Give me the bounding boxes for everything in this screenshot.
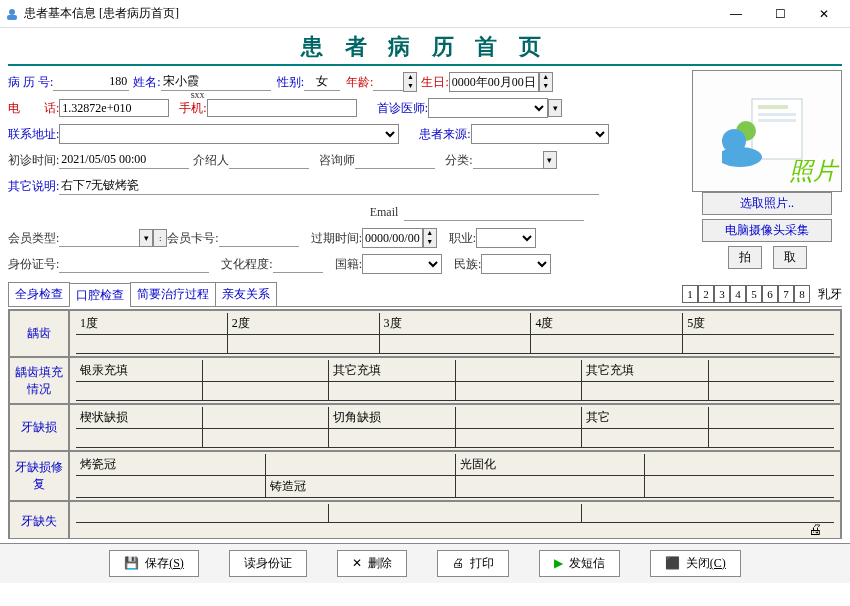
tooth-1[interactable]: 1 <box>682 285 698 303</box>
ethnic-select[interactable] <box>481 254 551 274</box>
photo-label: 照片 <box>789 155 837 187</box>
print-button[interactable]: 🖨 打印 <box>437 550 509 577</box>
svg-rect-1 <box>7 15 17 20</box>
capture-button[interactable]: 拍 <box>728 246 762 269</box>
age-label: 年龄: <box>346 74 373 91</box>
milk-tooth-label: 乳牙 <box>818 286 842 303</box>
select-photo-button[interactable]: 选取照片.. <box>702 192 832 215</box>
source-select[interactable] <box>471 124 609 144</box>
window-titlebar: 患者基本信息 [患者病历首页] — ☐ ✕ <box>0 0 850 28</box>
row-repair-hdr: 牙缺损修 复 <box>9 451 69 501</box>
oral-exam-grid[interactable]: 龋齿 1度 2度 3度 4度 5度 龋齿填充情况 银汞充填 其它充填 <box>8 309 842 539</box>
first-time-label: 初诊时间: <box>8 152 59 169</box>
row-repair-body[interactable]: 烤瓷冠 光固化 铸造冠 <box>69 451 841 501</box>
idcard-input[interactable] <box>59 255 209 273</box>
name-input[interactable] <box>161 73 271 91</box>
member-type-input[interactable] <box>59 229 139 247</box>
tooth-5[interactable]: 5 <box>746 285 762 303</box>
first-time-input[interactable] <box>59 151 189 169</box>
tab-relatives[interactable]: 亲友关系 <box>215 282 277 306</box>
age-spinner[interactable]: ▲▼ <box>403 72 417 92</box>
class-input[interactable] <box>473 151 543 169</box>
maximize-button[interactable]: ☐ <box>758 3 802 25</box>
intro-input[interactable] <box>229 151 309 169</box>
tooth-7[interactable]: 7 <box>778 285 794 303</box>
class-dd[interactable]: ▾ <box>543 151 557 169</box>
app-icon <box>4 6 20 22</box>
row-defect-body[interactable]: 楔状缺损 切角缺损 其它 <box>69 404 841 451</box>
birth-spinner[interactable]: ▲▼ <box>539 72 553 92</box>
class-label: 分类: <box>445 152 472 169</box>
tooth-4[interactable]: 4 <box>730 285 746 303</box>
gender-label: 性别: <box>277 74 304 91</box>
save-button[interactable]: 💾 保存(S) <box>109 550 199 577</box>
birth-input[interactable]: 0000年00月00日 <box>449 72 539 92</box>
read-id-button[interactable]: 读身份证 <box>229 550 307 577</box>
print-icon: 🖨 <box>452 556 464 571</box>
addr-label: 联系地址: <box>8 126 59 143</box>
nation-select[interactable] <box>362 254 442 274</box>
member-type-dd[interactable]: ▾ <box>139 229 153 247</box>
svg-rect-5 <box>758 119 796 122</box>
age-input[interactable] <box>373 73 403 91</box>
svg-rect-3 <box>758 105 788 109</box>
record-no-input[interactable] <box>53 73 129 91</box>
get-button[interactable]: 取 <box>773 246 807 269</box>
other-label: 其它说明: <box>8 178 59 195</box>
row-filling-hdr: 龋齿填充情况 <box>9 357 69 404</box>
consult-label: 咨询师 <box>319 152 355 169</box>
printer-icon[interactable]: 🖨 <box>808 522 822 538</box>
close-button[interactable]: ⬛ 关闭(C) <box>650 550 741 577</box>
window-title: 患者基本信息 [患者病历首页] <box>24 5 714 22</box>
birth-label: 生日: <box>421 74 448 91</box>
first-doc-extra[interactable]: ▾ <box>548 99 562 117</box>
delete-icon: ✕ <box>352 556 362 571</box>
tooth-8[interactable]: 8 <box>794 285 810 303</box>
expire-input[interactable]: 0000/00/00 <box>362 228 423 248</box>
row-missing-body[interactable]: 🖨 <box>69 501 841 539</box>
row-missing-hdr: 牙缺失 <box>9 501 69 539</box>
mobile-input[interactable] <box>207 99 357 117</box>
job-select[interactable] <box>476 228 536 248</box>
camera-capture-button[interactable]: 电脑摄像头采集 <box>702 219 832 242</box>
card-label: 会员卡号: <box>167 230 218 247</box>
edu-input[interactable] <box>273 255 323 273</box>
member-type-dd2[interactable]: : <box>153 229 167 247</box>
card-input[interactable] <box>219 229 299 247</box>
expire-label: 过期时间: <box>311 230 362 247</box>
email-input[interactable] <box>404 203 584 221</box>
intro-label: 介绍人 <box>193 152 229 169</box>
mobile-label: 手机: <box>179 100 206 117</box>
tooth-3[interactable]: 3 <box>714 285 730 303</box>
phone-input[interactable] <box>59 99 169 117</box>
tab-treatment[interactable]: 简要治疗过程 <box>130 282 216 306</box>
close-window-button[interactable]: ✕ <box>802 3 846 25</box>
consult-input[interactable] <box>355 151 435 169</box>
tooth-6[interactable]: 6 <box>762 285 778 303</box>
row-filling-body[interactable]: 银汞充填 其它充填 其它充填 <box>69 357 841 404</box>
first-doc-label: 首诊医师: <box>377 100 428 117</box>
edu-label: 文化程度: <box>221 256 272 273</box>
tabs-row: 全身检查 口腔检查 简要治疗过程 亲友关系 1 2 3 4 5 6 7 8 乳牙 <box>8 282 842 307</box>
source-label: 患者来源: <box>419 126 470 143</box>
job-label: 职业: <box>449 230 476 247</box>
expire-spinner[interactable]: ▲▼ <box>423 228 437 248</box>
svg-rect-4 <box>758 113 796 116</box>
row-caries-body[interactable]: 1度 2度 3度 4度 5度 <box>69 310 841 357</box>
gender-input[interactable] <box>304 73 340 91</box>
first-doc-select[interactable] <box>428 98 548 118</box>
addr-select[interactable] <box>59 124 399 144</box>
email-label: Email <box>370 205 399 220</box>
row-defect-hdr: 牙缺损 <box>9 404 69 451</box>
other-input[interactable] <box>59 177 599 195</box>
delete-button[interactable]: ✕ 删除 <box>337 550 407 577</box>
minimize-button[interactable]: — <box>714 3 758 25</box>
tab-full-body[interactable]: 全身检查 <box>8 282 70 306</box>
tooth-2[interactable]: 2 <box>698 285 714 303</box>
tab-oral[interactable]: 口腔检查 <box>69 283 131 307</box>
sms-button[interactable]: ▶ 发短信 <box>539 550 620 577</box>
bottom-toolbar: 💾 保存(S) 读身份证 ✕ 删除 🖨 打印 ▶ 发短信 ⬛ 关闭(C) <box>0 543 850 583</box>
member-type-label: 会员类型: <box>8 230 59 247</box>
phone-label: 电 话: <box>8 100 59 117</box>
tooth-numbers: 1 2 3 4 5 6 7 8 乳牙 <box>682 285 842 303</box>
